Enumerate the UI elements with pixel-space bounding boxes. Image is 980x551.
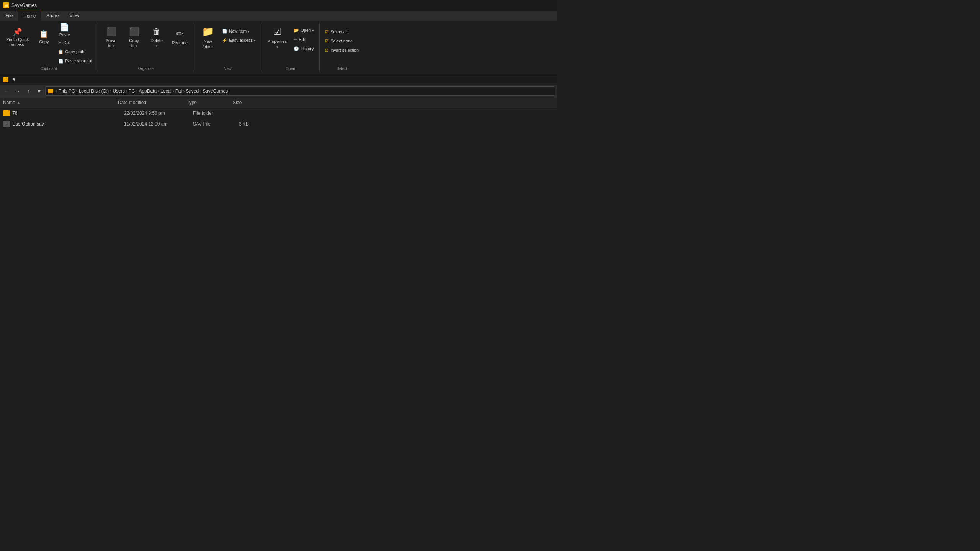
new-item-icon: 📄 (222, 29, 227, 34)
column-header-type[interactable]: Type (187, 100, 233, 105)
breadcrumb-local[interactable]: Local (160, 88, 172, 94)
pin-label: Pin to Quickaccess (6, 37, 29, 47)
up-button[interactable]: ↑ (24, 86, 33, 96)
select-none-icon: ☑ (325, 39, 329, 44)
new-item-button[interactable]: 📄 New item ▾ (220, 27, 258, 35)
file-date-useroption: 11/02/2024 12:00 am (124, 121, 193, 127)
ribbon-group-open: ☑ Properties▾ 📂 Open ▾ ✏ Edit 🕐 History … (261, 22, 320, 72)
table-row[interactable]: 76 22/02/2024 9:58 pm File folder (0, 108, 557, 119)
copy-icon: 📋 (39, 30, 49, 38)
move-to-button[interactable]: ⬛ Moveto ▾ (101, 24, 122, 51)
file-size-useroption: 3 KB (239, 121, 270, 127)
new-buttons: 📁 Newfolder 📄 New item ▾ ⚡ Easy access ▾ (197, 24, 258, 65)
easy-access-button[interactable]: ⚡ Easy access ▾ (220, 36, 258, 44)
delete-label: Delete▾ (150, 38, 163, 48)
select-none-label: Select none (330, 39, 353, 43)
paste-label: Paste (59, 33, 70, 37)
edit-icon: ✏ (294, 37, 297, 42)
history-button[interactable]: 🕐 History (291, 44, 316, 53)
ribbon-group-select: ☑ Select all ☑ Select none ☑ Invert sele… (320, 22, 364, 72)
column-header-date[interactable]: Date modified (118, 100, 187, 105)
ribbon-group-clipboard: 📌 Pin to Quickaccess 📋 Copy 📄 Paste ✂ Cu… (0, 22, 98, 72)
select-group-label: Select (336, 65, 347, 71)
copy-path-icon: 📋 (58, 49, 64, 54)
delete-button[interactable]: 🗑 Delete▾ (146, 24, 167, 51)
file-name-useroption: UserOption.sav (12, 121, 124, 127)
cut-button[interactable]: ✂ Cut (56, 38, 94, 47)
column-date-label: Date modified (118, 100, 146, 105)
menu-home[interactable]: Home (18, 11, 41, 21)
paste-shortcut-icon: 📄 (58, 59, 64, 64)
file-list: 76 22/02/2024 9:58 pm File folder UserOp… (0, 108, 557, 312)
select-all-label: Select all (330, 29, 348, 34)
dropdown-nav-button[interactable]: ▼ (34, 86, 44, 96)
paste-button[interactable]: 📄 Paste (56, 24, 73, 37)
rename-icon: ✏ (176, 29, 183, 39)
breadcrumb-pc[interactable]: PC (129, 88, 135, 94)
folder-icon (3, 110, 10, 116)
properties-button[interactable]: ☑ Properties▾ (265, 24, 290, 51)
select-none-button[interactable]: ☑ Select none (323, 37, 361, 45)
forward-button[interactable]: → (13, 86, 22, 96)
sav-file-icon (3, 121, 10, 127)
copy-to-button[interactable]: ⬛ Copyto ▾ (124, 24, 145, 51)
breadcrumb-users[interactable]: Users (113, 88, 124, 94)
column-header-size[interactable]: Size (233, 100, 263, 105)
new-folder-label: Newfolder (203, 39, 213, 49)
open-group-label: Open (286, 65, 295, 71)
menu-share[interactable]: Share (41, 11, 64, 21)
history-icon: 🕐 (294, 46, 299, 51)
edit-button[interactable]: ✏ Edit (291, 35, 316, 44)
ribbon: 📌 Pin to Quickaccess 📋 Copy 📄 Paste ✂ Cu… (0, 21, 557, 74)
breadcrumb-pal[interactable]: Pal (175, 88, 182, 94)
pin-quick-access-button[interactable]: 📌 Pin to Quickaccess (3, 24, 32, 51)
rename-button[interactable]: ✏ Rename (169, 24, 191, 51)
quick-access-dropdown-button[interactable]: ▼ (10, 75, 18, 84)
clipboard-buttons: 📌 Pin to Quickaccess 📋 Copy 📄 Paste ✂ Cu… (3, 24, 95, 65)
breadcrumb-local-disk[interactable]: Local Disk (C:) (79, 88, 109, 94)
ribbon-group-organize: ⬛ Moveto ▾ ⬛ Copyto ▾ 🗑 Delete▾ ✏ Rename… (98, 22, 194, 72)
cut-label: Cut (63, 40, 70, 45)
paste-icon: 📄 (60, 23, 69, 31)
menu-bar: File Home Share View (0, 11, 557, 21)
new-folder-icon: 📁 (202, 26, 214, 37)
invert-selection-button[interactable]: ☑ Invert selection (323, 46, 361, 54)
window-title: SaveGames (11, 3, 37, 8)
copy-path-button[interactable]: 📋 Copy path (56, 47, 94, 56)
new-folder-button[interactable]: 📁 Newfolder (197, 24, 218, 51)
paste-shortcut-button[interactable]: 📄 Paste shortcut (56, 57, 94, 65)
quick-access-folder-icon (3, 77, 8, 82)
breadcrumb-saved[interactable]: Saved (186, 88, 199, 94)
breadcrumb-appdata[interactable]: AppData (139, 88, 157, 94)
file-name-76: 76 (12, 111, 124, 116)
edit-label: Edit (299, 37, 306, 42)
copy-to-label: Copyto ▾ (129, 38, 139, 48)
new-small-buttons: 📄 New item ▾ ⚡ Easy access ▾ (220, 27, 258, 44)
clipboard-small-buttons: ✂ Cut 📋 Copy path 📄 Paste shortcut (56, 38, 94, 65)
menu-file[interactable]: File (0, 11, 18, 21)
open-button[interactable]: 📂 Open ▾ (291, 26, 316, 34)
pin-icon: 📌 (13, 28, 22, 36)
table-row[interactable]: UserOption.sav 11/02/2024 12:00 am SAV F… (0, 119, 557, 129)
breadcrumb-this-pc[interactable]: This PC (59, 88, 75, 94)
menu-view[interactable]: View (64, 11, 85, 21)
breadcrumb-savegames[interactable]: SaveGames (203, 88, 228, 94)
breadcrumb-bar[interactable]: › This PC › Local Disk (C:) › Users › PC… (45, 86, 555, 96)
easy-access-label: Easy access ▾ (229, 38, 256, 42)
new-item-label: New item ▾ (229, 29, 250, 33)
clipboard-group-label: Clipboard (41, 65, 57, 71)
open-small-buttons: 📂 Open ▾ ✏ Edit 🕐 History (291, 26, 316, 53)
copy-label: Copy (39, 39, 49, 44)
copy-button[interactable]: 📋 Copy (33, 24, 54, 51)
organize-buttons: ⬛ Moveto ▾ ⬛ Copyto ▾ 🗑 Delete▾ ✏ Rename (101, 24, 191, 65)
select-all-button[interactable]: ☑ Select all (323, 28, 361, 36)
file-date-76: 22/02/2024 9:58 pm (124, 111, 193, 116)
delete-icon: 🗑 (152, 27, 161, 37)
back-button[interactable]: ← (2, 86, 11, 96)
title-bar: 📁 SaveGames (0, 0, 557, 11)
organize-group-label: Organize (138, 65, 154, 71)
sort-arrow-name: ▲ (17, 101, 20, 104)
open-icon: 📂 (294, 28, 299, 33)
column-header-name[interactable]: Name ▲ (3, 100, 118, 105)
column-type-label: Type (187, 100, 197, 105)
